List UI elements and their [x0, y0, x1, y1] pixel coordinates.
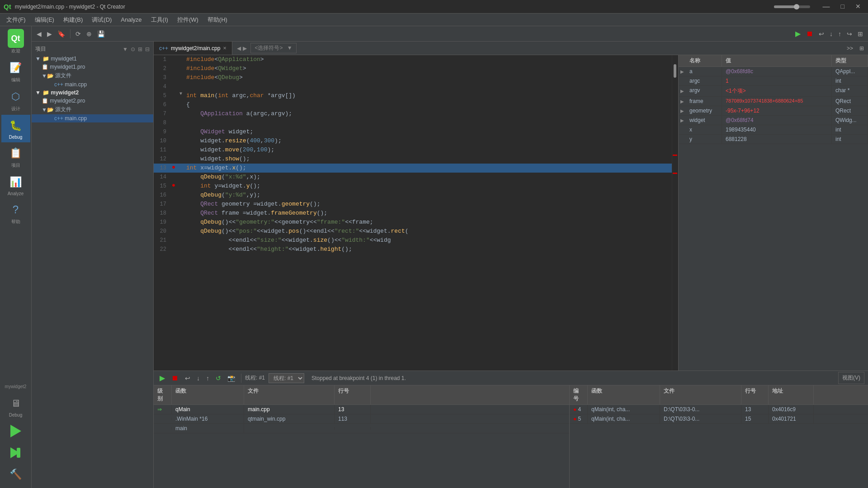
code-content[interactable]: 1 #include<QApplication> 2 #include<QW: [154, 55, 672, 371]
tab-split-button[interactable]: ⊞: [857, 44, 866, 53]
sidebar-item-help[interactable]: ? 帮助: [1, 199, 30, 228]
var-row-argv: ▶ argv <1个项> char *: [679, 86, 868, 97]
debug-stop-btn[interactable]: ⏹: [169, 373, 181, 384]
minimize-button[interactable]: —: [819, 2, 834, 12]
bp-col-num[interactable]: 编号: [570, 385, 588, 404]
line-number-18: 18: [154, 209, 170, 218]
sidebar-item-label-help: 帮助: [11, 219, 20, 225]
var-expand-widget[interactable]: ▶: [679, 116, 686, 125]
build-button[interactable]: 🔨: [6, 465, 26, 484]
step-continue[interactable]: ▶: [793, 28, 803, 39]
stack-col-func[interactable]: 函数: [172, 385, 244, 404]
thread-selector[interactable]: 线程: #1: [269, 373, 304, 383]
nav-prev[interactable]: ◀: [237, 45, 241, 52]
tree-item-mywidget2[interactable]: ▼ 📁 mywidget2: [32, 89, 153, 97]
toolbar-btn1[interactable]: ⟳: [73, 29, 83, 39]
sidebar-item-label-edit: 编辑: [11, 77, 20, 83]
tree-item-mywidget1[interactable]: ▼ 📁 mywidget1: [32, 55, 153, 63]
separator-bt1: [241, 374, 241, 383]
debug-stepinto-btn[interactable]: ↓: [194, 373, 202, 383]
stack-cell-level-3: [154, 427, 172, 430]
var-type-geometry: QRect: [832, 106, 868, 115]
tab-more-button[interactable]: >>: [844, 44, 855, 53]
bp-cell-file-2: D:\QT\03\3-0...: [660, 414, 741, 423]
view-label[interactable]: 视图(V): [838, 372, 864, 384]
new-btn[interactable]: ⊞: [855, 29, 865, 39]
bp-col-file[interactable]: 文件: [660, 385, 741, 404]
close-button[interactable]: ✕: [852, 2, 864, 12]
var-header-expand: [679, 55, 686, 66]
sidebar-item-debug[interactable]: 🐛 Debug: [1, 115, 30, 142]
sidebar-item-debug-bottom[interactable]: 🖥 Debug: [1, 393, 30, 421]
var-expand-argv[interactable]: ▶: [679, 86, 686, 96]
debug-stepout-btn[interactable]: ↑: [204, 373, 212, 383]
toolbar-btn3[interactable]: 💾: [95, 29, 107, 39]
step-over[interactable]: ↩: [816, 29, 826, 39]
sidebar-item-analyze[interactable]: 📊 Analyze: [1, 171, 30, 199]
bp-col-line[interactable]: 行号: [741, 385, 769, 404]
step-into[interactable]: ↓: [827, 29, 835, 39]
step-out[interactable]: ↑: [836, 29, 844, 39]
menu-analyze[interactable]: Analyze: [116, 14, 146, 25]
stack-col-line[interactable]: 行号: [335, 385, 371, 404]
run-to-line[interactable]: ↪: [844, 29, 854, 39]
bookmark-tree-icon[interactable]: ⊙: [131, 46, 135, 52]
line-number-10: 10: [154, 136, 170, 145]
debug-continue-btn[interactable]: ▶: [157, 372, 167, 384]
menu-tools[interactable]: 工具(I): [146, 14, 173, 26]
menu-file[interactable]: 文件(F): [2, 14, 30, 26]
var-expand-a[interactable]: ▶: [679, 67, 686, 76]
tree-item-sources2[interactable]: ▼ 📂 源文件: [32, 105, 153, 114]
bp-icon-1: ●: [573, 406, 576, 413]
sidebar-item-project[interactable]: 📋 项目: [1, 142, 30, 171]
code-text-21: <<endl<<"size:"<<widget.size()<<"width:"…: [184, 236, 672, 245]
debug-run-button[interactable]: [6, 443, 26, 463]
code-text-3: #include<QDebug>: [184, 73, 672, 82]
forward-button[interactable]: ▶: [45, 29, 54, 39]
filter-icon[interactable]: ▼: [123, 46, 128, 52]
maximize-button[interactable]: □: [837, 2, 848, 12]
menu-controls[interactable]: 控件(W): [173, 14, 203, 26]
var-expand-frame[interactable]: ▶: [679, 97, 686, 106]
menu-debug[interactable]: 调试(D): [87, 14, 116, 26]
bookmark-button[interactable]: 🔖: [55, 29, 67, 39]
bp-header: 编号 函数 文件 行号 地址: [570, 385, 868, 405]
tab-close-icon[interactable]: ✕: [223, 46, 226, 51]
scroll-thumb[interactable]: [674, 64, 676, 78]
tree-item-mywidget2pro[interactable]: 📋 mywidget2.pro: [32, 97, 153, 105]
debug-snap-btn[interactable]: 📸: [225, 373, 237, 383]
sidebar-item-welcome[interactable]: Qt 欢迎: [1, 28, 30, 57]
tree-item-main2[interactable]: c++ main.cpp: [32, 114, 153, 122]
scroll-indicator[interactable]: [672, 55, 678, 371]
tree-item-mywidget1pro[interactable]: 📋 mywidget1.pro: [32, 63, 153, 71]
expand-icon[interactable]: ⊞: [138, 46, 142, 52]
sidebar-item-design[interactable]: ⬡ 设计: [1, 86, 30, 115]
menu-edit[interactable]: 编辑(E): [30, 14, 59, 26]
step-stop[interactable]: ⏹: [804, 28, 816, 39]
back-button[interactable]: ◀: [34, 29, 44, 39]
thread-label: 线程: #1: [245, 374, 265, 382]
nav-next[interactable]: ▶: [243, 45, 247, 52]
var-expand-geometry[interactable]: ▶: [679, 106, 686, 115]
code-line-12: 12 widget.show();: [154, 155, 672, 164]
tree-item-sources1[interactable]: ▼ 📂 源文件: [32, 71, 153, 80]
toolbar-btn2[interactable]: ⊕: [84, 29, 94, 39]
var-name-argv: argv: [686, 86, 722, 96]
collapse-icon[interactable]: ⊟: [145, 46, 150, 52]
debug-stepover-btn[interactable]: ↩: [183, 373, 193, 383]
bp-col-func[interactable]: 函数: [588, 385, 660, 404]
stack-col-level[interactable]: 级别: [154, 385, 172, 404]
menu-build[interactable]: 构建(B): [59, 14, 87, 26]
bp-col-addr[interactable]: 地址: [769, 385, 814, 404]
symbol-selector[interactable]: <选择符号> ▼: [250, 43, 296, 53]
tab-main-cpp[interactable]: c++ mywidget2/main.cpp ✕: [154, 42, 232, 55]
fold-btn-5[interactable]: ▼: [177, 91, 184, 96]
tree-item-main1[interactable]: c++ main.cpp: [32, 80, 153, 89]
menu-help[interactable]: 帮助(H): [203, 14, 232, 26]
stack-col-file[interactable]: 文件: [244, 385, 335, 404]
sidebar-item-edit[interactable]: 📝 编辑: [1, 57, 30, 86]
debug-restart-btn[interactable]: ↺: [213, 373, 223, 383]
code-text-9: QWidget widget;: [184, 127, 672, 136]
stack-cell-line-3: [335, 427, 371, 430]
play-button[interactable]: [6, 421, 26, 441]
